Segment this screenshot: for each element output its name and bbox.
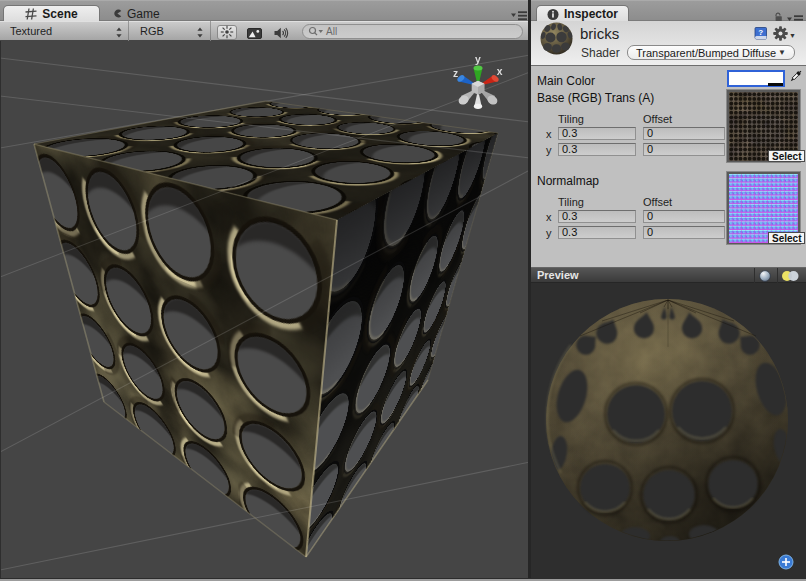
svg-text:?: ? (758, 28, 763, 37)
